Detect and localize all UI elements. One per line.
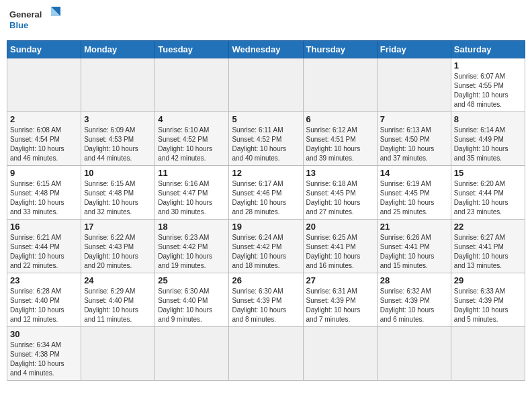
day-info: Sunrise: 6:14 AM Sunset: 4:49 PM Dayligh…: [454, 126, 522, 163]
column-header-sunday: Sunday: [7, 41, 81, 58]
day-info: Sunrise: 6:19 AM Sunset: 4:45 PM Dayligh…: [380, 179, 448, 217]
day-info: Sunrise: 6:27 AM Sunset: 4:41 PM Dayligh…: [454, 233, 522, 271]
calendar-day-cell: 26Sunrise: 6:30 AM Sunset: 4:39 PM Dayli…: [229, 273, 303, 327]
day-info: Sunrise: 6:32 AM Sunset: 4:39 PM Dayligh…: [380, 287, 448, 324]
day-number: 21: [380, 222, 448, 232]
day-number: 16: [10, 222, 78, 232]
day-info: Sunrise: 6:12 AM Sunset: 4:51 PM Dayligh…: [306, 126, 374, 163]
calendar-day-cell: 30Sunrise: 6:34 AM Sunset: 4:38 PM Dayli…: [7, 327, 81, 381]
day-number: 6: [306, 114, 374, 124]
day-info: Sunrise: 6:11 AM Sunset: 4:52 PM Dayligh…: [232, 126, 300, 163]
day-info: Sunrise: 6:07 AM Sunset: 4:55 PM Dayligh…: [454, 72, 522, 109]
day-number: 28: [380, 275, 448, 285]
calendar-day-cell: 22Sunrise: 6:27 AM Sunset: 4:41 PM Dayli…: [451, 220, 525, 273]
day-number: 4: [158, 114, 226, 124]
calendar-day-cell: [155, 327, 229, 381]
calendar-day-cell: 1Sunrise: 6:07 AM Sunset: 4:55 PM Daylig…: [451, 58, 525, 112]
day-info: Sunrise: 6:15 AM Sunset: 4:48 PM Dayligh…: [84, 179, 152, 217]
day-number: 30: [10, 329, 78, 339]
calendar-day-cell: 17Sunrise: 6:22 AM Sunset: 4:43 PM Dayli…: [81, 220, 155, 273]
calendar-day-cell: 24Sunrise: 6:29 AM Sunset: 4:40 PM Dayli…: [81, 273, 155, 327]
day-info: Sunrise: 6:20 AM Sunset: 4:44 PM Dayligh…: [454, 179, 522, 217]
day-info: Sunrise: 6:29 AM Sunset: 4:40 PM Dayligh…: [84, 287, 152, 324]
day-number: 5: [232, 114, 300, 124]
calendar-day-cell: 11Sunrise: 6:16 AM Sunset: 4:47 PM Dayli…: [155, 166, 229, 220]
column-header-monday: Monday: [81, 41, 155, 58]
day-info: Sunrise: 6:30 AM Sunset: 4:40 PM Dayligh…: [158, 287, 226, 324]
day-info: Sunrise: 6:09 AM Sunset: 4:53 PM Dayligh…: [84, 126, 152, 163]
calendar-day-cell: [229, 58, 303, 112]
calendar-week-row: 30Sunrise: 6:34 AM Sunset: 4:38 PM Dayli…: [7, 327, 525, 381]
day-number: 13: [306, 168, 374, 178]
day-info: Sunrise: 6:18 AM Sunset: 4:45 PM Dayligh…: [306, 179, 374, 217]
day-number: 12: [232, 168, 300, 178]
calendar-day-cell: 13Sunrise: 6:18 AM Sunset: 4:45 PM Dayli…: [303, 166, 377, 220]
calendar-week-row: 1Sunrise: 6:07 AM Sunset: 4:55 PM Daylig…: [7, 58, 525, 112]
day-number: 9: [10, 168, 78, 178]
calendar-day-cell: 8Sunrise: 6:14 AM Sunset: 4:49 PM Daylig…: [451, 112, 525, 166]
day-number: 24: [84, 275, 152, 285]
calendar: SundayMondayTuesdayWednesdayThursdayFrid…: [7, 40, 525, 381]
day-info: Sunrise: 6:25 AM Sunset: 4:41 PM Dayligh…: [306, 233, 374, 271]
calendar-day-cell: [377, 327, 451, 381]
calendar-day-cell: [81, 58, 155, 112]
day-number: 27: [306, 275, 374, 285]
generalblue-logo: General Blue: [9, 7, 63, 35]
day-info: Sunrise: 6:22 AM Sunset: 4:43 PM Dayligh…: [84, 233, 152, 271]
day-number: 18: [158, 222, 226, 232]
day-number: 17: [84, 222, 152, 232]
day-number: 7: [380, 114, 448, 124]
day-number: 14: [380, 168, 448, 178]
calendar-day-cell: 6Sunrise: 6:12 AM Sunset: 4:51 PM Daylig…: [303, 112, 377, 166]
logo: General Blue: [9, 7, 63, 35]
day-info: Sunrise: 6:30 AM Sunset: 4:39 PM Dayligh…: [232, 287, 300, 324]
day-number: 2: [10, 114, 78, 124]
calendar-day-cell: 9Sunrise: 6:15 AM Sunset: 4:48 PM Daylig…: [7, 166, 81, 220]
day-number: 1: [454, 60, 522, 71]
calendar-day-cell: 3Sunrise: 6:09 AM Sunset: 4:53 PM Daylig…: [81, 112, 155, 166]
calendar-week-row: 23Sunrise: 6:28 AM Sunset: 4:40 PM Dayli…: [7, 273, 525, 327]
day-number: 19: [232, 222, 300, 232]
calendar-day-cell: [229, 327, 303, 381]
calendar-day-cell: 23Sunrise: 6:28 AM Sunset: 4:40 PM Dayli…: [7, 273, 81, 327]
day-info: Sunrise: 6:10 AM Sunset: 4:52 PM Dayligh…: [158, 126, 226, 163]
calendar-day-cell: 25Sunrise: 6:30 AM Sunset: 4:40 PM Dayli…: [155, 273, 229, 327]
day-number: 20: [306, 222, 374, 232]
day-number: 29: [454, 275, 522, 285]
calendar-day-cell: 15Sunrise: 6:20 AM Sunset: 4:44 PM Dayli…: [451, 166, 525, 220]
calendar-day-cell: 4Sunrise: 6:10 AM Sunset: 4:52 PM Daylig…: [155, 112, 229, 166]
day-info: Sunrise: 6:15 AM Sunset: 4:48 PM Dayligh…: [10, 179, 78, 217]
calendar-day-cell: [451, 327, 525, 381]
calendar-day-cell: 10Sunrise: 6:15 AM Sunset: 4:48 PM Dayli…: [81, 166, 155, 220]
svg-text:Blue: Blue: [9, 20, 28, 30]
calendar-day-cell: 14Sunrise: 6:19 AM Sunset: 4:45 PM Dayli…: [377, 166, 451, 220]
calendar-day-cell: 2Sunrise: 6:08 AM Sunset: 4:54 PM Daylig…: [7, 112, 81, 166]
day-number: 25: [158, 275, 226, 285]
column-header-saturday: Saturday: [451, 41, 525, 58]
day-info: Sunrise: 6:21 AM Sunset: 4:44 PM Dayligh…: [10, 233, 78, 271]
day-info: Sunrise: 6:24 AM Sunset: 4:42 PM Dayligh…: [232, 233, 300, 271]
day-info: Sunrise: 6:13 AM Sunset: 4:50 PM Dayligh…: [380, 126, 448, 163]
calendar-day-cell: 7Sunrise: 6:13 AM Sunset: 4:50 PM Daylig…: [377, 112, 451, 166]
calendar-day-cell: 16Sunrise: 6:21 AM Sunset: 4:44 PM Dayli…: [7, 220, 81, 273]
day-info: Sunrise: 6:34 AM Sunset: 4:38 PM Dayligh…: [10, 340, 78, 378]
header: General Blue: [7, 7, 525, 35]
column-header-wednesday: Wednesday: [229, 41, 303, 58]
day-info: Sunrise: 6:26 AM Sunset: 4:41 PM Dayligh…: [380, 233, 448, 271]
day-info: Sunrise: 6:08 AM Sunset: 4:54 PM Dayligh…: [10, 126, 78, 163]
calendar-day-cell: [81, 327, 155, 381]
column-header-friday: Friday: [377, 41, 451, 58]
day-number: 11: [158, 168, 226, 178]
calendar-day-cell: 27Sunrise: 6:31 AM Sunset: 4:39 PM Dayli…: [303, 273, 377, 327]
day-number: 8: [454, 114, 522, 124]
column-header-tuesday: Tuesday: [155, 41, 229, 58]
day-number: 3: [84, 114, 152, 124]
svg-text:General: General: [9, 9, 42, 19]
calendar-day-cell: 12Sunrise: 6:17 AM Sunset: 4:46 PM Dayli…: [229, 166, 303, 220]
day-number: 22: [454, 222, 522, 232]
calendar-day-cell: 20Sunrise: 6:25 AM Sunset: 4:41 PM Dayli…: [303, 220, 377, 273]
calendar-day-cell: 29Sunrise: 6:33 AM Sunset: 4:39 PM Dayli…: [451, 273, 525, 327]
calendar-day-cell: 28Sunrise: 6:32 AM Sunset: 4:39 PM Dayli…: [377, 273, 451, 327]
calendar-week-row: 16Sunrise: 6:21 AM Sunset: 4:44 PM Dayli…: [7, 220, 525, 273]
calendar-day-cell: [7, 58, 81, 112]
